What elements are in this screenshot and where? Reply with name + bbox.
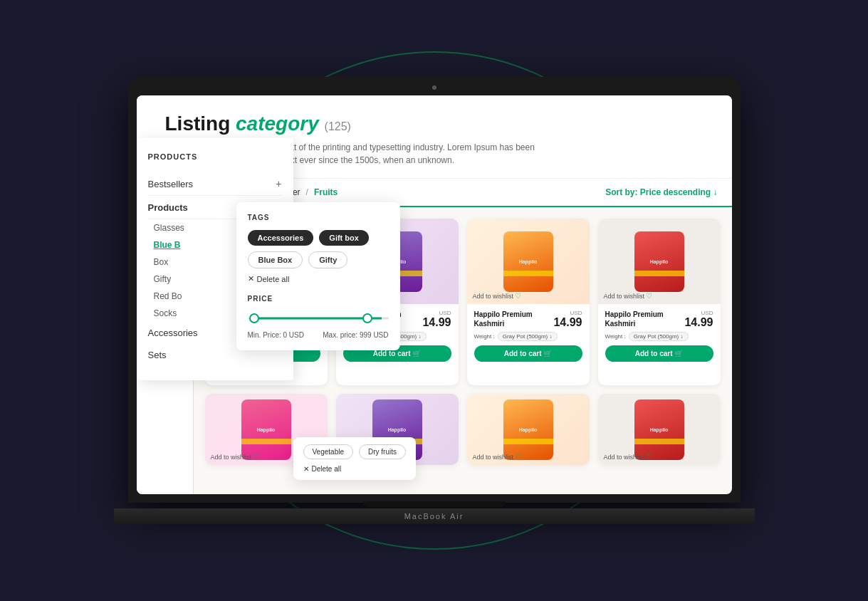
bottom-delete-all[interactable]: ✕ Delete all (303, 465, 407, 473)
bag-gold-band (503, 271, 553, 276)
breadcrumb-sep-2: / (306, 187, 308, 197)
tags-outline-row: Blue Box Gifty (248, 251, 389, 268)
wishlist-label[interactable]: Add to wishlist ♡ (604, 453, 653, 461)
product-image-wrap: Happilo Add to wishlist ♡ (467, 394, 590, 465)
weight-row: Weight : Gray Pot (500gm) ↓ (474, 332, 582, 341)
plus-icon: + (276, 178, 281, 189)
tags-popup: TAGS Accessories Gift box Blue Box Gifty… (236, 202, 400, 350)
bag-gold-band (634, 271, 684, 276)
product-bag: Happilo (241, 399, 291, 460)
tag-vegetable[interactable]: Vegetable (303, 444, 354, 459)
price-currency: USD (422, 310, 451, 316)
tags-section-title: TAGS (248, 214, 389, 221)
add-to-cart-button[interactable]: Add to cart 🛒 (605, 345, 713, 362)
title-category: category (236, 113, 319, 135)
bag-label: Happilo (650, 427, 669, 432)
laptop-screen: Listing category (125) Lorem Ipsum is si… (128, 77, 741, 503)
slider-thumb-max[interactable] (362, 313, 372, 323)
product-name: Happilo PremiumKashmiri (474, 310, 533, 328)
laptop-mockup: Listing category (125) Lorem Ipsum is si… (114, 77, 755, 524)
weight-pill[interactable]: Gray Pot (500gm) ↓ (629, 332, 689, 341)
product-bag: Happilo (634, 399, 684, 460)
title-count: (125) (325, 120, 351, 132)
sidebar-title: PRODUCTS (148, 152, 282, 161)
bottom-delete-x-icon: ✕ (303, 465, 309, 473)
sidebar-item-label: Products (148, 202, 188, 213)
sidebar-item-bestsellers[interactable]: Bestsellers + (148, 172, 282, 196)
product-card-row2: Happilo Add to wishlist ♡ (598, 394, 721, 465)
sort-value[interactable]: Price descending ↓ (640, 187, 718, 197)
sidebar-item-label: Bestsellers (148, 179, 194, 189)
breadcrumb-fruits[interactable]: Fruits (314, 187, 338, 197)
product-card: Happilo Add to wishlist ♡ Happ (598, 219, 721, 385)
bag-label: Happilo (388, 427, 407, 432)
tag-accessories[interactable]: Accessories (248, 230, 314, 246)
wishlist-label[interactable]: Add to wishlist ♡ (473, 292, 522, 300)
tags-filled-row: Accessories Gift box (248, 230, 389, 246)
weight-label: Weight : (474, 333, 495, 340)
product-card-row2: Happilo Add to wishlist ♡ (467, 394, 590, 465)
wishlist-label[interactable]: Add to wishlist ♡ (473, 453, 522, 461)
screen-content: Listing category (125) Lorem Ipsum is si… (137, 95, 732, 494)
bag-gold-band (241, 439, 291, 444)
product-info: Happilo PremiumKashmiri USD 14.99 Weight… (467, 304, 590, 367)
wishlist-label[interactable]: Add to wishlist ♡ (604, 292, 653, 300)
price-value: 14.99 (422, 316, 451, 328)
product-bag: Happilo (503, 399, 553, 460)
price-value: 14.99 (553, 316, 582, 328)
bag-gold-band (503, 439, 553, 444)
product-image-wrap: Happilo Add to wishlist ♡ (598, 219, 721, 304)
price-slider[interactable] (248, 311, 389, 325)
bag-label: Happilo (519, 259, 538, 264)
tag-gifty[interactable]: Gifty (308, 251, 347, 268)
delete-all-x-icon: ✕ (248, 274, 254, 283)
bottom-tags-row: Vegetable Dry fruits (303, 444, 407, 459)
price-section-title: PRICE (248, 295, 389, 303)
laptop-base (114, 508, 755, 524)
product-card: Happilo Add to wishlist ♡ Happ (467, 219, 590, 385)
wishlist-label[interactable]: Add to wishlist ♡ (211, 453, 260, 461)
price-min-label: Min. Price: 0 USD (248, 331, 304, 339)
bottom-delete-text: Delete all (312, 465, 342, 473)
bag-gold-band (634, 439, 684, 444)
laptop-notch (363, 501, 506, 507)
price-currency: USD (684, 310, 713, 316)
bag-label: Happilo (519, 427, 538, 432)
price-currency: USD (553, 310, 582, 316)
product-name: Happilo PremiumKashmiri (605, 310, 664, 328)
price-value: 14.99 (684, 316, 713, 328)
sort-label: Sort by: (605, 187, 640, 197)
delete-all-text: Delete all (257, 275, 290, 283)
tag-gift-box[interactable]: Gift box (319, 230, 369, 246)
bag-label: Happilo (257, 427, 276, 432)
price-labels: Min. Price: 0 USD Max. price: 999 USD (248, 331, 389, 339)
weight-pill[interactable]: Gray Pot (500gm) ↓ (498, 332, 558, 341)
product-bag: Happilo (634, 231, 684, 292)
tag-blue-box[interactable]: Blue Box (248, 251, 303, 268)
title-text: Listing (165, 113, 231, 135)
sort-controls: Sort by: Price descending ↓ (605, 187, 717, 197)
tags-delete-all[interactable]: ✕ Delete all (248, 274, 389, 283)
product-image-wrap: Happilo Add to wishlist ♡ (598, 394, 721, 465)
slider-thumb-min[interactable] (249, 313, 259, 323)
listing-title: Listing category (125) (165, 113, 704, 135)
product-info: Happilo PremiumKashmiri USD 14.99 Weight… (598, 304, 721, 367)
bag-label: Happilo (650, 259, 669, 264)
tag-dry-fruits[interactable]: Dry fruits (359, 444, 406, 459)
price-max-label: Max. price: 999 USD (323, 331, 388, 339)
product-image-wrap: Happilo Add to wishlist ♡ (467, 219, 590, 304)
bottom-popup: Vegetable Dry fruits ✕ Delete all (293, 437, 417, 480)
product-bag: Happilo (503, 231, 553, 292)
add-to-cart-button[interactable]: Add to cart 🛒 (474, 345, 582, 362)
weight-row: Weight : Gray Pot (500gm) ↓ (605, 332, 713, 341)
weight-label: Weight : (605, 333, 626, 340)
